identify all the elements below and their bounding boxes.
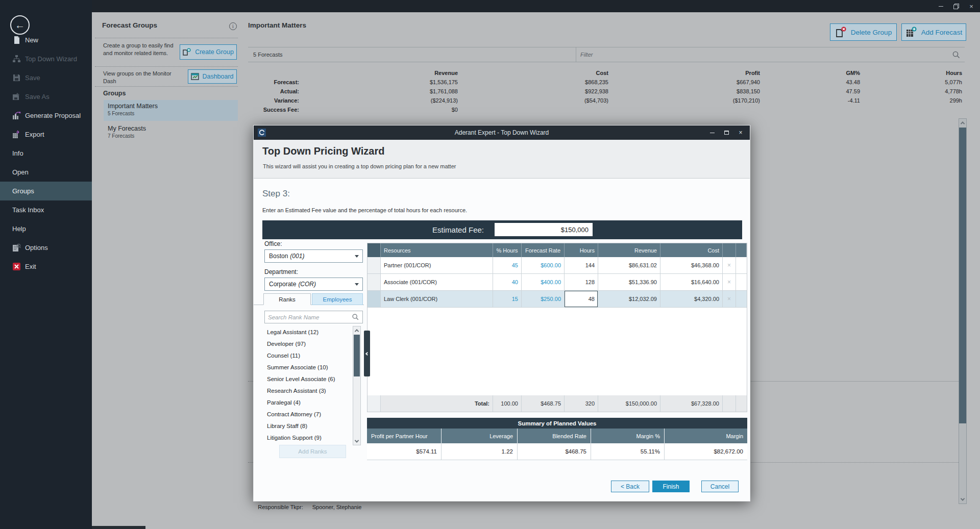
forecast-groups-title: Forecast Groups	[102, 21, 157, 29]
rank-search-box	[264, 311, 363, 323]
scrollbar-thumb[interactable]	[959, 128, 966, 423]
resources-total-row: Total: 100.00 $468.75 320 $150,000.00 $6…	[368, 395, 747, 412]
rank-item[interactable]: Legal Assistant (12)	[264, 326, 353, 338]
chevron-down-icon	[355, 255, 359, 258]
chevron-up-icon	[355, 329, 359, 333]
wizard-heading: Top Down Pricing Wizard	[262, 145, 384, 157]
step-label: Step 3:	[262, 189, 290, 199]
window-restore-button[interactable]	[948, 0, 964, 12]
remove-row-icon[interactable]: ×	[723, 257, 736, 273]
sidebar-item-top-down-wizard[interactable]: Top Down Wizard	[0, 49, 92, 68]
new-document-icon	[12, 36, 21, 44]
delete-group-icon	[835, 27, 847, 38]
sidebar-item-export[interactable]: Export	[0, 125, 92, 144]
delete-group-button[interactable]: Delete Group	[830, 23, 897, 41]
rank-item[interactable]: Litigation Support (9)	[264, 432, 353, 443]
search-icon	[952, 51, 961, 59]
group-item-my-forecasts[interactable]: My Forecasts 7 Forecasts	[104, 122, 238, 143]
sidebar-item-options[interactable]: Options	[0, 238, 92, 257]
save-as-icon	[12, 92, 21, 101]
planned-values-title: Summary of Planned Values	[367, 418, 747, 429]
scroll-up-button[interactable]	[353, 326, 360, 334]
dotted-separator	[95, 66, 238, 67]
remove-row-icon[interactable]: ×	[723, 274, 736, 290]
dialog-maximize-button[interactable]	[719, 125, 733, 140]
sidebar-item-save[interactable]: Save	[0, 68, 92, 87]
dialog-close-button[interactable]: ×	[733, 125, 748, 140]
rank-search-input[interactable]	[268, 314, 352, 320]
chevron-down-icon	[355, 283, 359, 286]
forecast-list-toolbar: 5 Forecasts	[248, 47, 965, 62]
wizard-icon	[12, 55, 21, 63]
department-select[interactable]: Corporate (COR)	[264, 278, 363, 291]
sidebar-item-task-inbox[interactable]: Task Inbox	[0, 200, 92, 219]
rank-item[interactable]: Developer (97)	[264, 338, 353, 349]
rank-item[interactable]: Research Assistant (3)	[264, 385, 353, 396]
sidebar-item-help[interactable]: Help	[0, 219, 92, 238]
focused-hours-cell[interactable]: 48	[565, 291, 598, 307]
dialog-titlebar[interactable]: Aderant Expert - Top Down Wizard ×	[254, 125, 750, 140]
department-label: Department:	[264, 268, 298, 275]
scrollbar-thumb[interactable]	[354, 335, 360, 376]
chevron-left-icon	[365, 351, 369, 355]
rank-item[interactable]: Paralegal (4)	[264, 396, 353, 408]
resource-row-law-clerk[interactable]: Law Clerk (001/COR) 15 $250.00 48 $12,03…	[368, 291, 747, 308]
remove-row-icon[interactable]: ×	[723, 291, 736, 307]
panel-collapse-handle[interactable]	[364, 331, 370, 376]
resource-row-associate[interactable]: Associate (001/COR) 40 $400.00 128 $51,3…	[368, 274, 747, 291]
sidebar-item-generate-proposal[interactable]: Generate Proposal	[0, 106, 92, 125]
sidebar-item-exit[interactable]: Exit	[0, 257, 92, 276]
office-select[interactable]: Boston (001)	[264, 249, 363, 263]
scroll-down-button[interactable]	[353, 437, 360, 445]
forecast-count: 5 Forecasts	[248, 47, 576, 62]
window-close-button[interactable]: ×	[964, 0, 979, 12]
summary-col-hours: Hours 5,077h 4,778h 299h	[860, 68, 962, 105]
info-icon[interactable]: i	[229, 22, 237, 30]
chevron-down-icon	[961, 496, 965, 500]
finish-button[interactable]: Finish	[652, 481, 690, 492]
tab-employees[interactable]: Employees	[312, 293, 363, 305]
back-button[interactable]: < Back	[611, 481, 649, 492]
rank-item[interactable]: Senior Level Associate (6)	[264, 373, 353, 385]
add-forecast-button[interactable]: Add Forecast	[901, 23, 966, 41]
tab-ranks[interactable]: Ranks	[263, 293, 311, 305]
create-group-button[interactable]: Create Group	[180, 44, 237, 60]
sidebar-item-info[interactable]: Info	[0, 144, 92, 163]
add-ranks-button[interactable]: Add Ranks	[279, 445, 346, 458]
dialog-title: Aderant Expert - Top Down Wizard	[254, 129, 750, 136]
summary-col-cost: Cost $868,235 $922,938 ($54,703)	[506, 68, 608, 105]
window-minimize-button[interactable]	[933, 0, 948, 12]
dashboard-icon	[191, 73, 199, 80]
step-instruction: Enter an Estimated Fee value and the per…	[262, 207, 467, 213]
search-icon	[352, 313, 359, 321]
filter-input[interactable]	[580, 52, 952, 58]
planned-values-summary: Summary of Planned Values Profit per Par…	[367, 418, 747, 460]
estimated-fee-bar: Estimated Fee:	[262, 220, 742, 239]
groups-list-header: Groups	[103, 90, 126, 97]
rank-list-scrollbar[interactable]	[353, 326, 361, 445]
main-scrollbar[interactable]	[959, 118, 967, 504]
sidebar-item-open[interactable]: Open	[0, 163, 92, 182]
rank-item[interactable]: Counsel (11)	[264, 349, 353, 361]
sidebar: ← New Top Down Wizard Save Save As Gener…	[0, 0, 92, 529]
create-group-icon	[183, 48, 192, 56]
estimated-fee-input[interactable]	[495, 223, 593, 236]
minimize-icon	[939, 6, 943, 7]
sidebar-item-save-as[interactable]: Save As	[0, 87, 92, 106]
sidebar-item-groups[interactable]: Groups	[0, 182, 92, 200]
summary-col-revenue: Revenue $1,536,175 $1,761,088 ($224,913)…	[356, 68, 458, 114]
back-arrow-icon: ←	[15, 19, 25, 31]
rank-item[interactable]: Library Staff (8)	[264, 420, 353, 432]
dialog-minimize-button[interactable]	[705, 125, 719, 140]
dotted-separator	[95, 38, 238, 38]
scroll-down-button[interactable]	[959, 495, 966, 503]
table-empty-area	[368, 308, 747, 395]
rank-item[interactable]: Summer Associate (10)	[264, 361, 353, 373]
rank-item[interactable]: Contract Attorney (7)	[264, 408, 353, 420]
resource-row-partner[interactable]: Partner (001/COR) 45 $600.00 144 $86,631…	[368, 257, 747, 274]
create-group-hint: Create a group to easily find and monito…	[103, 42, 181, 57]
resources-table-header: Resources % Hours Forecast Rate Hours Re…	[368, 243, 747, 257]
cancel-button[interactable]: Cancel	[701, 481, 739, 492]
scroll-up-button[interactable]	[959, 119, 966, 127]
sidebar-item-new[interactable]: New	[0, 31, 92, 49]
